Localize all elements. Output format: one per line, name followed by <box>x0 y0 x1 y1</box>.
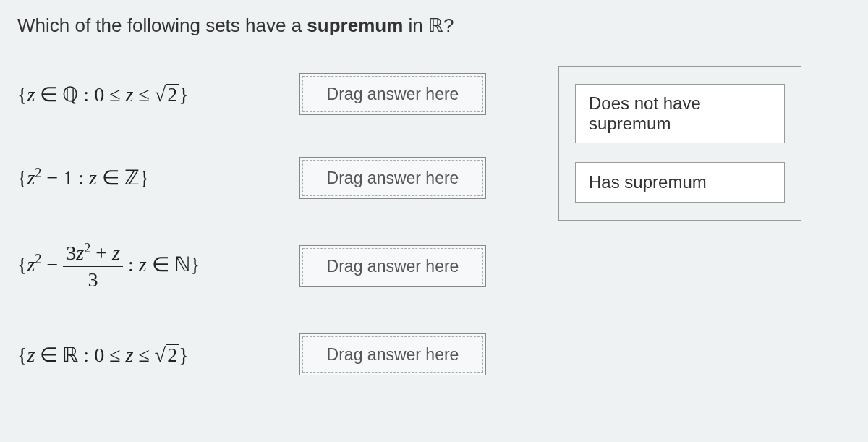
answers-panel: Does not have supremum Has supremum <box>558 66 801 221</box>
set-expression-2: {z2 − 1 : z ∈ ℤ} <box>17 166 278 190</box>
dropzone-placeholder: Drag answer here <box>302 76 483 112</box>
question-text: Which of the following sets have a supre… <box>17 14 851 37</box>
item-row-4: {z ∈ ℝ : 0 ≤ z ≤ 2} Drag answer here <box>17 333 486 375</box>
set-expression-3: {z2 − 3z2 + z3 : z ∈ ℕ} <box>17 241 278 292</box>
item-row-1: {z ∈ ℚ : 0 ≤ z ≤ 2} Drag answer here <box>17 73 486 115</box>
dropzone-placeholder: Drag answer here <box>302 160 483 196</box>
answer-card-has-supremum[interactable]: Has supremum <box>575 162 785 203</box>
item-row-2: {z2 − 1 : z ∈ ℤ} Drag answer here <box>17 157 486 199</box>
items-column: {z ∈ ℚ : 0 ≤ z ≤ 2} Drag answer here {z2… <box>17 73 486 375</box>
item-row-3: {z2 − 3z2 + z3 : z ∈ ℕ} Drag answer here <box>17 241 486 292</box>
dropzone-3[interactable]: Drag answer here <box>299 245 486 287</box>
dropzone-1[interactable]: Drag answer here <box>299 73 486 115</box>
set-expression-4: {z ∈ ℝ : 0 ≤ z ≤ 2} <box>17 343 278 367</box>
dropzone-4[interactable]: Drag answer here <box>299 333 486 375</box>
set-expression-1: {z ∈ ℚ : 0 ≤ z ≤ 2} <box>17 82 278 106</box>
dropzone-2[interactable]: Drag answer here <box>299 157 486 199</box>
content-area: {z ∈ ℚ : 0 ≤ z ≤ 2} Drag answer here {z2… <box>17 73 851 375</box>
dropzone-placeholder: Drag answer here <box>302 248 483 284</box>
dropzone-placeholder: Drag answer here <box>302 336 483 373</box>
answer-card-no-supremum[interactable]: Does not have supremum <box>575 84 785 143</box>
